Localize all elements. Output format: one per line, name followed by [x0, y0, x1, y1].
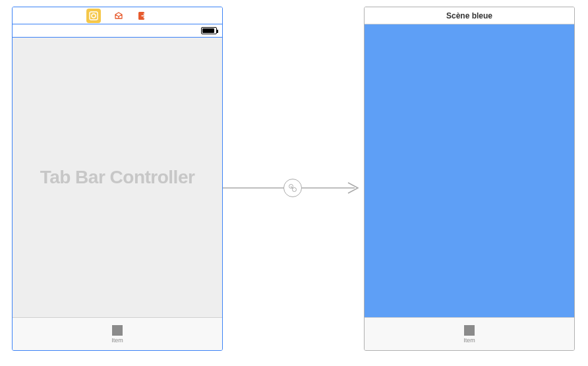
tab-item-label: Item: [463, 337, 475, 344]
first-responder-icon[interactable]: [113, 10, 125, 22]
exit-icon[interactable]: [136, 10, 148, 22]
segue-badge-icon[interactable]: [283, 179, 302, 197]
svg-rect-0: [90, 12, 98, 20]
scene-title: Scène bleue: [446, 11, 492, 20]
scene-body[interactable]: Tab Bar Controller: [13, 38, 222, 317]
battery-icon: [201, 27, 217, 34]
scene-body[interactable]: [365, 24, 574, 317]
viewcontroller-icon[interactable]: [86, 9, 101, 23]
tab-item-label: Item: [111, 337, 123, 344]
scene-header[interactable]: Scène bleue: [365, 7, 574, 24]
status-bar: [13, 24, 222, 38]
scene-blue[interactable]: Scène bleue Item: [364, 7, 575, 351]
tab-item-icon[interactable]: [112, 325, 123, 336]
tab-bar[interactable]: Item: [13, 317, 222, 350]
scene-header[interactable]: [13, 7, 222, 24]
tab-bar[interactable]: Item: [365, 317, 574, 350]
controller-placeholder-label: Tab Bar Controller: [40, 167, 195, 188]
svg-point-1: [92, 14, 96, 18]
scene-tab-bar-controller[interactable]: Tab Bar Controller Item: [12, 7, 223, 351]
tab-item-icon[interactable]: [464, 325, 475, 336]
